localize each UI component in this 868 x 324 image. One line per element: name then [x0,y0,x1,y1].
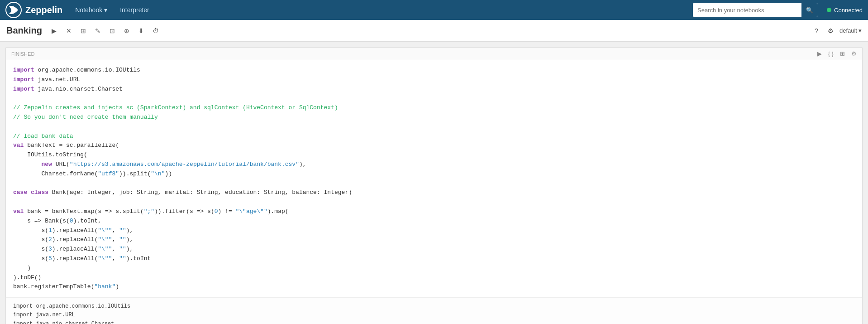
clone-button[interactable]: ⊕ [121,25,133,37]
notebook-toolbar: Banking ▶ ✕ ⊞ ✎ ⊡ ⊕ ⬇ ⏱ ? ⚙ default ▾ [0,20,868,42]
schedule-button[interactable]: ⏱ [150,25,162,37]
search-box: 🔍 [693,3,818,17]
cell-settings-button-1[interactable]: ⚙ [849,49,858,58]
connected-dot-icon [827,8,831,12]
export-button[interactable]: ⬇ [135,25,147,37]
search-button[interactable]: 🔍 [801,3,818,17]
cell-output-1: import org.apache.commons.io.IOUtils imp… [6,297,862,324]
code-editor-1[interactable]: import org.apache.commons.io.IOUtils imp… [6,60,862,297]
zeppelin-logo-icon [5,2,22,18]
clear-output-button[interactable]: ⊡ [106,25,118,37]
brand-name: Zeppelin [25,5,62,15]
nav-notebook[interactable]: Notebook ▾ [71,5,112,15]
navbar: Zeppelin Notebook ▾ Interpreter 🔍 Connec… [0,0,868,20]
cell-status-1: FINISHED [10,51,34,57]
brand-logo[interactable]: Zeppelin [5,2,62,18]
nav-interpreter[interactable]: Interpreter [115,5,154,15]
edit-button[interactable]: ✎ [92,25,104,37]
toolbar-right: ? ⚙ default ▾ [811,25,862,37]
cell-header-1: FINISHED ▶ { } ⊞ ⚙ [6,48,862,60]
chevron-down-icon: ▾ [104,6,107,14]
notebook-title: Banking [6,25,42,36]
cell-code-toggle-1[interactable]: { } [826,49,835,58]
search-input[interactable] [693,3,801,17]
code-cell-1: FINISHED ▶ { } ⊞ ⚙ import org.apache.com… [5,47,863,324]
stop-button[interactable]: ✕ [63,25,75,37]
main-content: FINISHED ▶ { } ⊞ ⚙ import org.apache.com… [0,42,868,324]
help-button[interactable]: ? [811,25,822,37]
show-hide-button[interactable]: ⊞ [77,25,89,37]
cell-output-toggle-1[interactable]: ⊞ [838,49,847,58]
default-dropdown-button[interactable]: default ▾ [839,27,862,34]
settings-button[interactable]: ⚙ [825,25,837,37]
run-all-button[interactable]: ▶ [48,25,60,37]
connected-label: Connected [834,7,863,14]
chevron-down-icon: ▾ [858,27,862,34]
cell-run-button-1[interactable]: ▶ [816,49,824,58]
connection-status: Connected [827,7,863,14]
